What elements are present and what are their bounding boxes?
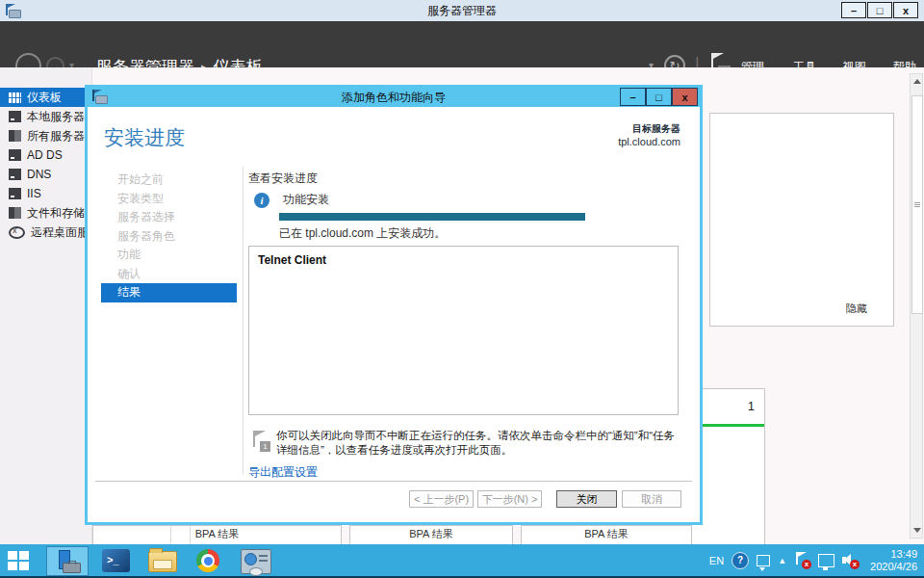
close-button[interactable]: x	[893, 2, 918, 18]
remote-desktop-icon	[9, 226, 25, 239]
sidebar-item-ad-ds[interactable]: AD DS	[0, 145, 91, 165]
file-explorer-icon[interactable]	[148, 551, 177, 572]
sidebar: 仪表板 本地服务器 所有服务器 AD DS DNS IIS	[0, 67, 92, 544]
language-indicator[interactable]: EN	[709, 555, 724, 566]
bpa-results-link[interactable]: BPA 结果	[409, 528, 453, 539]
page-title: 安装进度	[104, 124, 185, 151]
target-server-name: tpl.cloud.com	[618, 136, 680, 147]
server-manager-task-icon	[57, 550, 80, 573]
step-results[interactable]: 结果	[101, 283, 237, 302]
step-confirmation[interactable]: 确认	[101, 265, 237, 284]
add-roles-features-wizard: 添加角色和功能向导 – □ x 安装进度 目标服务器 tpl.cloud.com…	[85, 85, 703, 525]
dialog-close-button[interactable]: x	[672, 88, 698, 106]
section-label: 查看安装进度	[248, 171, 679, 187]
dialog-minimize-button[interactable]: –	[620, 88, 646, 106]
start-button[interactable]	[8, 551, 40, 572]
note-badge: 1	[260, 441, 270, 452]
clock-time: 13:49	[870, 548, 917, 561]
results-box: Telnet Client	[248, 246, 679, 415]
system-tray: EN ? ▲ x x 13:49 2020/4/26	[709, 544, 920, 576]
vertical-scrollbar[interactable]	[910, 73, 923, 539]
windows-logo-icon	[8, 551, 40, 570]
desktop: 服务器管理器 – □ x ← → ▾ 服务器管理器▸仪表板 ▾ ↻ | 1 管理…	[0, 0, 924, 578]
export-settings-link[interactable]: 导出配置设置	[248, 464, 318, 481]
sidebar-item-file-storage[interactable]: 文件和存储服务	[0, 203, 91, 223]
local-server-icon	[9, 111, 21, 122]
info-icon: i	[254, 193, 270, 208]
footer-divider	[95, 481, 692, 482]
status-ok-bar	[692, 424, 764, 427]
events-count: 1	[748, 399, 755, 413]
all-servers-icon	[9, 130, 21, 142]
file-storage-icon	[9, 207, 21, 219]
error-badge: x	[850, 560, 860, 569]
installed-feature: Telnet Client	[258, 253, 326, 267]
scroll-up-icon[interactable]	[913, 79, 921, 84]
status-text: 已在 tpl.cloud.com 上安装成功。	[279, 225, 446, 242]
step-server-selection[interactable]: 服务器选择	[101, 208, 237, 227]
cancel-button[interactable]: 取消	[622, 490, 681, 508]
scroll-down-icon[interactable]	[913, 528, 921, 533]
step-before-you-begin[interactable]: 开始之前	[101, 171, 237, 190]
sidebar-item-iis[interactable]: IIS	[0, 184, 91, 203]
desktop-peek-icon[interactable]	[757, 555, 770, 566]
help-icon[interactable]: ?	[732, 552, 749, 569]
taskbar: >_ EN ? ▲ x x 13:49 2020/4/26	[0, 544, 924, 578]
target-server-block: 目标服务器 tpl.cloud.com	[618, 122, 680, 147]
powershell-icon[interactable]: >_	[102, 549, 130, 572]
remote-desktop-tools-icon[interactable]	[241, 549, 271, 574]
dns-icon	[9, 169, 21, 180]
progress-fill	[279, 213, 585, 221]
close-wizard-button[interactable]: 关闭	[556, 490, 617, 508]
iis-icon	[9, 188, 21, 199]
window-title: 服务器管理器	[0, 3, 924, 19]
wizard-steps: 开始之前 安装类型 服务器选择 服务器角色 功能 确认 结果	[101, 171, 237, 302]
maximize-button[interactable]: □	[867, 2, 892, 18]
scrollbar-thumb[interactable]	[911, 95, 923, 314]
bpa-results-link[interactable]: BPA 结果	[584, 528, 629, 539]
taskbar-server-manager[interactable]	[46, 546, 89, 576]
main-area: 仪表板 本地服务器 所有服务器 AD DS DNS IIS	[0, 67, 924, 544]
minimize-button[interactable]: –	[841, 2, 866, 18]
dashboard-panel: 隐藏	[709, 113, 894, 327]
task-row: i 功能安装	[248, 192, 329, 208]
sidebar-item-all-servers[interactable]: 所有服务器	[0, 126, 91, 145]
next-button[interactable]: 下一步(N) >	[477, 490, 542, 508]
task-title: 功能安装	[283, 192, 329, 208]
dialog-maximize-button[interactable]: □	[646, 88, 672, 106]
error-badge: x	[802, 560, 811, 569]
tray-expand-icon[interactable]: ▲	[778, 556, 786, 565]
chrome-icon[interactable]	[196, 549, 219, 572]
action-center-flag-icon[interactable]: x	[794, 552, 810, 568]
previous-button[interactable]: < 上一步(P)	[409, 490, 474, 508]
sidebar-item-dashboard[interactable]: 仪表板	[0, 88, 91, 107]
dialog-title: 添加角色和功能向导	[88, 90, 700, 106]
navbar: ← → ▾ 服务器管理器▸仪表板 ▾ ↻ | 1 管理(M) 工具(T) 视图(…	[0, 21, 924, 67]
step-installation-type[interactable]: 安装类型	[101, 190, 237, 209]
wizard-content: 查看安装进度 i 功能安装 已在 tpl.cloud.com 上安装成功。 Te…	[248, 171, 679, 187]
note-text: 你可以关闭此向导而不中断正在运行的任务。请依次单击命令栏中的“通知”和“任务详细…	[276, 429, 679, 458]
bpa-results-link[interactable]: BPA 结果	[195, 528, 240, 539]
network-icon[interactable]	[818, 554, 834, 567]
progress-bar	[279, 213, 585, 221]
clock-date: 2020/4/26	[870, 561, 917, 573]
volume-muted-icon[interactable]: x	[842, 553, 859, 568]
steps-divider	[243, 167, 244, 475]
hide-link[interactable]: 隐藏	[846, 302, 867, 316]
sidebar-item-local-server[interactable]: 本地服务器	[0, 107, 91, 126]
dialog-titlebar[interactable]: 添加角色和功能向导 – □ x	[88, 88, 700, 107]
dashboard-grid-icon	[9, 92, 21, 103]
step-features[interactable]: 功能	[101, 246, 237, 265]
target-server-label: 目标服务器	[618, 122, 680, 136]
clock[interactable]: 13:49 2020/4/26	[870, 548, 917, 573]
notification-flag-icon: 1	[251, 431, 270, 452]
sidebar-item-dns[interactable]: DNS	[0, 165, 91, 184]
sidebar-item-remote-desktop[interactable]: 远程桌面服务	[0, 223, 91, 242]
step-server-roles[interactable]: 服务器角色	[101, 227, 237, 247]
window-titlebar: 服务器管理器 – □ x	[0, 0, 924, 21]
ad-ds-icon	[9, 149, 21, 161]
